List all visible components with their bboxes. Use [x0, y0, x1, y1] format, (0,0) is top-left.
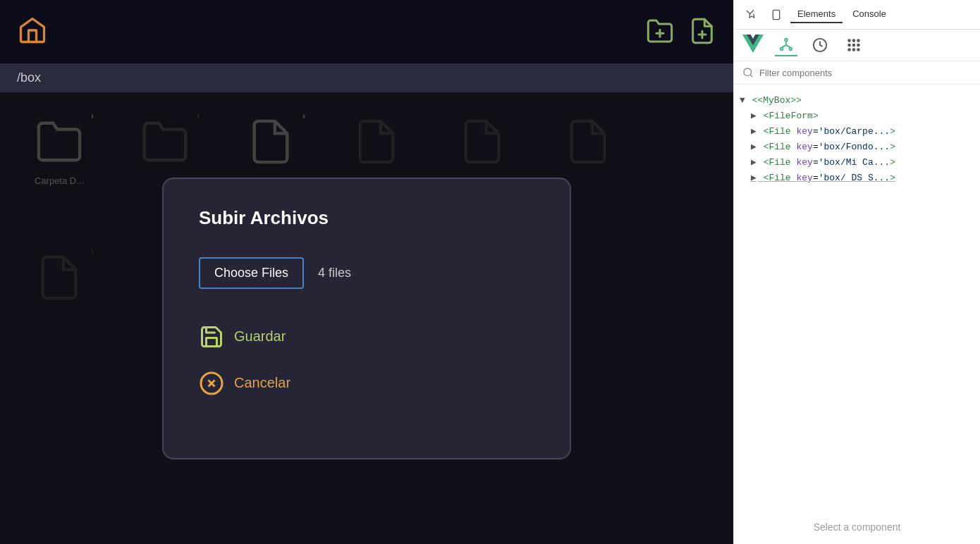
svg-line-13 — [782, 45, 786, 48]
devtools-tabs: Elements Console — [734, 0, 980, 30]
inspect-icon-button[interactable] — [740, 4, 762, 26]
svg-point-20 — [853, 44, 855, 47]
choose-files-button[interactable]: Choose Files — [199, 257, 304, 289]
save-icon — [199, 324, 224, 350]
svg-rect-7 — [773, 10, 779, 19]
svg-point-18 — [857, 39, 859, 42]
svg-point-17 — [853, 39, 855, 42]
guardar-label: Guardar — [234, 328, 286, 345]
svg-point-24 — [857, 49, 859, 51]
app-panel: /box Carpeta D... ··· ··· — [0, 0, 733, 544]
new-folder-button[interactable] — [646, 17, 674, 47]
svg-point-16 — [848, 39, 850, 42]
svg-point-21 — [857, 44, 859, 47]
cancelar-label: Cancelar — [234, 375, 290, 391]
component-tree-button[interactable] — [775, 34, 797, 56]
tab-console[interactable]: Console — [845, 6, 893, 23]
guardar-button[interactable]: Guardar — [199, 324, 286, 350]
svg-point-10 — [780, 48, 783, 51]
svg-point-22 — [848, 49, 850, 51]
history-button[interactable] — [809, 34, 831, 56]
file-grid: Carpeta D... ··· ··· .DS_Stor... ··· — [0, 92, 733, 544]
breadcrumb: /box — [0, 63, 733, 92]
svg-point-11 — [790, 48, 792, 51]
tree-item-mybox[interactable]: ▼ <<MyBox>> — [740, 93, 974, 108]
vue-logo — [742, 35, 764, 56]
top-bar-actions — [646, 17, 716, 47]
svg-point-9 — [785, 39, 788, 42]
svg-line-26 — [750, 75, 752, 77]
tab-elements[interactable]: Elements — [790, 6, 843, 23]
filter-input[interactable] — [759, 68, 972, 78]
filter-bar — [734, 61, 980, 85]
modal-overlay: Subir Archivos Choose Files 4 files Guar… — [0, 92, 733, 544]
devtools-panel: Elements Console — [733, 0, 980, 544]
device-toggle-button[interactable] — [765, 4, 788, 26]
svg-point-25 — [744, 68, 752, 76]
files-count: 4 files — [318, 266, 351, 280]
home-icon[interactable] — [17, 15, 48, 49]
svg-point-19 — [848, 44, 850, 47]
cancelar-button[interactable]: Cancelar — [199, 371, 290, 396]
top-bar — [0, 0, 733, 63]
tree-item-file-4[interactable]: ▶ <File key='box/ DS S...> — [751, 170, 974, 185]
svg-line-14 — [786, 45, 790, 48]
tree-item-fileform[interactable]: ▶ <FileForm> — [751, 108, 974, 123]
modal-title: Subir Archivos — [199, 207, 534, 229]
choose-files-row: Choose Files 4 files — [199, 257, 534, 289]
upload-modal: Subir Archivos Choose Files 4 files Guar… — [162, 178, 571, 459]
new-file-button[interactable] — [688, 17, 716, 47]
cancel-icon — [199, 371, 224, 396]
svg-point-23 — [853, 49, 855, 51]
component-tree: ▼ <<MyBox>> ▶ <FileForm> ▶ <File key='bo… — [734, 85, 980, 510]
tree-item-file-2[interactable]: ▶ <File key='box/Fondo...> — [751, 139, 974, 154]
vue-devtools-bar — [734, 30, 980, 61]
search-icon — [742, 67, 754, 78]
select-component-text: Select a component — [734, 510, 980, 544]
tree-item-file-3[interactable]: ▶ <File key='box/Mi Ca...> — [751, 154, 974, 170]
tree-item-file-1[interactable]: ▶ <File key='box/Carpe...> — [751, 123, 974, 139]
grid-button[interactable] — [843, 34, 865, 56]
